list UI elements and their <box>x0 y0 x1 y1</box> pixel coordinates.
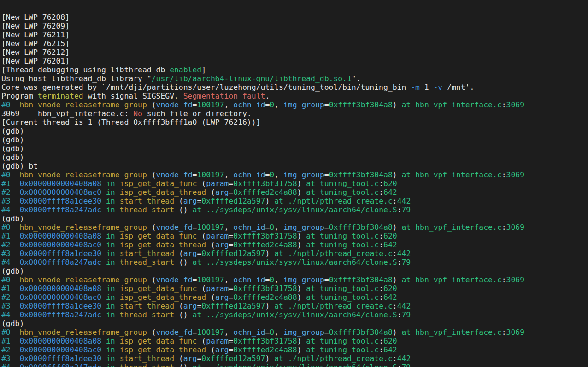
text-segment: in <box>106 293 115 302</box>
text-segment: #0 <box>1 328 11 337</box>
text-segment: /usr/lib/aarch64-linux-gnu/libthread_db.… <box>152 74 352 83</box>
text-segment: : <box>397 258 402 267</box>
terminal-line: #1 0x0000000000408a08 in isp_get_data_fu… <box>1 179 588 188</box>
text-segment: in <box>106 197 115 205</box>
terminal-line: #0 hbn_vnode_releaseframe_group (vnode_f… <box>1 100 588 109</box>
text-segment: = <box>229 240 233 249</box>
text-segment <box>11 197 20 205</box>
text-segment <box>201 258 206 267</box>
text-segment: in <box>106 310 115 319</box>
text-segment: : <box>502 275 506 284</box>
text-segment: = <box>229 293 233 302</box>
text-segment: ) <box>297 345 306 354</box>
text-segment: 0x0000ffff8a247adc <box>20 258 102 267</box>
text-segment: in <box>106 249 115 258</box>
text-segment: 0x0000000000408a08 <box>20 337 102 345</box>
text-segment: ./nptl/pthread_create.c <box>288 302 393 310</box>
text-segment: at <box>402 170 411 179</box>
text-segment: [New LWP 76201] <box>1 57 70 65</box>
text-segment: #1 <box>1 284 11 293</box>
text-segment <box>11 302 20 310</box>
text-segment: ) <box>265 354 274 363</box>
text-segment <box>201 205 206 214</box>
terminal-line: Core was generated by `/mnt/dji/partitio… <box>1 83 588 92</box>
text-segment: : <box>393 354 397 363</box>
text-segment: #0 <box>1 275 11 284</box>
terminal-line: (gdb) <box>1 127 588 135</box>
terminal-line: #4 0x0000ffff8a247adc in thread_start ()… <box>1 258 588 267</box>
text-segment: ) <box>265 302 274 310</box>
text-segment: #3 <box>1 197 11 205</box>
text-segment: terminated <box>38 92 83 100</box>
text-segment: isp_get_data_thread <box>120 293 206 302</box>
text-segment: hbn_vnode_releaseframe_group <box>20 170 147 179</box>
text-segment: start_thread <box>120 354 174 363</box>
text-segment: = <box>229 188 233 197</box>
text-segment: 3069 <box>506 223 524 232</box>
text-segment: isp_get_data_func <box>120 337 197 345</box>
text-segment: 0xffff3bf31758 <box>233 179 297 188</box>
text-segment <box>411 100 415 109</box>
text-segment: 0x0000ffff8a1dee30 <box>20 354 102 363</box>
text-segment: 620 <box>383 232 397 240</box>
text-segment: 0x0000000000408a08 <box>20 179 102 188</box>
text-segment: isp_get_data_thread <box>120 188 206 197</box>
text-segment <box>101 293 106 302</box>
text-segment <box>411 223 415 232</box>
text-segment: isp_get_data_func <box>120 232 197 240</box>
text-segment: 0xffff3bf304a8 <box>329 223 393 232</box>
text-segment <box>101 354 106 363</box>
text-segment: arg <box>215 345 229 354</box>
text-segment: param <box>206 337 229 345</box>
text-segment: hbn_vpf_interface.c <box>415 223 502 232</box>
text-segment: 0 <box>270 328 274 337</box>
text-segment: #2 <box>1 293 11 302</box>
text-segment: ../sysdeps/unix/sysv/linux/aarch64/clone… <box>206 363 397 367</box>
text-segment: : <box>379 179 383 188</box>
text-segment: ( <box>147 170 156 179</box>
text-segment: such file or directory. <box>142 109 252 118</box>
text-segment: #4 <box>1 258 11 267</box>
text-segment: 0 <box>270 100 274 109</box>
text-segment: #1 <box>1 179 11 188</box>
text-segment: 620 <box>383 337 397 345</box>
text-segment: at <box>306 284 315 293</box>
text-segment: ) <box>297 179 306 188</box>
text-segment: () <box>174 310 192 319</box>
text-segment: /mnt'. <box>442 83 474 92</box>
text-segment: -v <box>433 83 442 92</box>
text-segment <box>11 363 20 367</box>
text-segment: = <box>197 302 201 310</box>
text-segment: ( <box>206 240 215 249</box>
text-segment: hbn_vpf_interface.c <box>415 170 502 179</box>
text-segment: at <box>193 363 202 367</box>
text-segment <box>283 197 288 205</box>
text-segment <box>315 337 320 345</box>
text-segment: ) <box>297 188 306 197</box>
terminal-line: [New LWP 76215] <box>1 39 588 48</box>
text-segment <box>115 337 120 345</box>
terminal-line: #2 0x0000000000408ac0 in isp_get_data_th… <box>1 188 588 197</box>
text-segment: 0xffff3bf31758 <box>233 337 297 345</box>
text-segment: : <box>379 345 383 354</box>
text-segment: hbn_vnode_releaseframe_group <box>20 100 147 109</box>
text-segment: at <box>274 354 283 363</box>
gdb-terminal[interactable]: [New LWP 76208][New LWP 76209][New LWP 7… <box>0 0 588 367</box>
text-segment: 0xffffed12a597 <box>201 249 265 258</box>
text-segment: #0 <box>1 100 11 109</box>
text-segment: () <box>174 363 192 367</box>
terminal-line: (gdb) <box>1 214 588 223</box>
text-segment: ( <box>206 293 215 302</box>
text-segment: ) <box>297 240 306 249</box>
terminal-line: #1 0x0000000000408a08 in isp_get_data_fu… <box>1 232 588 240</box>
text-segment: ( <box>174 302 183 310</box>
text-segment: : <box>502 170 506 179</box>
text-segment: hbn_vnode_releaseframe_group <box>20 223 147 232</box>
text-segment: at <box>193 258 202 267</box>
text-segment: 0x0000ffff8a247adc <box>20 205 102 214</box>
text-segment: at <box>306 345 315 354</box>
text-segment: #3 <box>1 354 11 363</box>
text-segment: at <box>306 232 315 240</box>
text-segment: at <box>402 223 411 232</box>
text-segment: #1 <box>1 337 11 345</box>
